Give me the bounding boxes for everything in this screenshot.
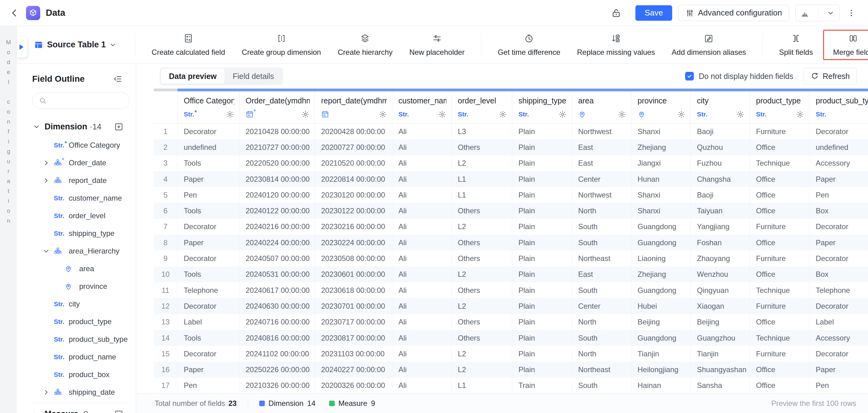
- collapse-outline-icon[interactable]: [112, 73, 123, 85]
- field-item-city[interactable]: Str.city: [17, 295, 136, 313]
- field-item-order-level[interactable]: Str.order_level: [17, 207, 136, 225]
- column-header-office-category[interactable]: Office Category Str.*: [178, 91, 240, 123]
- gear-icon[interactable]: [677, 110, 685, 119]
- field-item-product-box[interactable]: Str.product_box: [17, 366, 136, 383]
- measure-section-label: Measure: [44, 409, 79, 413]
- get-time-difference-button[interactable]: Get time difference: [489, 33, 568, 57]
- field-item-report-date[interactable]: report_date: [17, 172, 136, 189]
- create-hierarchy-button[interactable]: Create hierarchy: [330, 33, 401, 57]
- column-header-area[interactable]: area: [572, 91, 631, 123]
- table-cell: 20230701 00:00:00: [315, 298, 392, 314]
- gear-icon[interactable]: [301, 110, 310, 119]
- divider: [135, 33, 135, 56]
- measure-section-header[interactable]: Measure ·9: [17, 404, 136, 413]
- chart-type-button[interactable]: [795, 5, 840, 21]
- column-header-customer-name[interactable]: customer_name Str.: [392, 91, 452, 123]
- column-header-province[interactable]: province: [631, 91, 691, 123]
- column-header-report-date-ymdhms-[interactable]: report_date(ymdhms): [315, 91, 392, 123]
- field-item-area[interactable]: area: [17, 260, 136, 277]
- table-cell: Shanxi: [631, 123, 691, 139]
- row-number: 14: [154, 330, 178, 346]
- expand-panel-button[interactable]: [17, 36, 27, 58]
- field-item-product-sub-type[interactable]: Str.product_sub_type: [17, 330, 136, 348]
- column-header-shipping-type[interactable]: shipping_type Str.: [512, 91, 572, 123]
- chevron-down-icon[interactable]: [43, 248, 54, 255]
- add-group-folder-icon[interactable]: [114, 122, 123, 131]
- column-header-product-sub-type[interactable]: product_sub_type Str.: [809, 91, 868, 123]
- lock-button[interactable]: [610, 6, 623, 20]
- field-search-input[interactable]: [32, 92, 130, 109]
- advanced-configuration-button[interactable]: Advanced configuration: [678, 5, 789, 21]
- column-name: province: [638, 96, 685, 105]
- row-number: 5: [154, 187, 178, 203]
- column-header-order-level[interactable]: order_level Str.: [452, 91, 512, 123]
- table-cell: L2: [452, 267, 512, 282]
- gear-icon[interactable]: [558, 110, 567, 119]
- search-icon: [39, 97, 47, 105]
- merge-fields-button[interactable]: Merge fields: [825, 33, 868, 57]
- add-dimension-aliases-button[interactable]: Add dimension aliases: [663, 33, 754, 57]
- save-button[interactable]: Save: [636, 5, 672, 21]
- tab-field-details[interactable]: Field details: [224, 69, 282, 84]
- create-group-dimension-button[interactable]: Create group dimension: [234, 33, 330, 57]
- table-cell: Tools: [178, 330, 240, 346]
- add-group-folder-icon[interactable]: [114, 409, 123, 413]
- column-header-city[interactable]: city Str.: [691, 91, 750, 123]
- table-cell: Decorator: [809, 250, 868, 266]
- back-button[interactable]: [9, 7, 21, 19]
- gear-icon[interactable]: [736, 110, 745, 119]
- gear-icon[interactable]: [499, 110, 507, 119]
- table-cell: North: [572, 314, 631, 330]
- gear-icon[interactable]: [379, 110, 387, 119]
- table-cell: Center: [572, 298, 631, 314]
- measure-legend-label: Measure: [338, 399, 367, 408]
- table-row: 9Decorator20240507 00:00:0020230508 00:0…: [154, 250, 868, 266]
- source-table-select[interactable]: Source Table 1: [34, 40, 116, 50]
- table-cell: Decorator: [809, 123, 868, 139]
- field-item-shipping-date[interactable]: shipping_date: [17, 383, 136, 401]
- chevron-down-icon[interactable]: [822, 5, 839, 21]
- table-footer: Total number of fields 23 Dimension 14 M…: [136, 393, 868, 413]
- chevron-right-icon[interactable]: [43, 159, 54, 166]
- table-cell: Pen: [178, 378, 240, 393]
- chevron-right-icon[interactable]: [43, 389, 54, 396]
- chevron-right-icon[interactable]: [43, 177, 54, 184]
- new-placeholder-button[interactable]: New placeholder: [401, 33, 473, 57]
- split-fields-button[interactable]: Split fields: [771, 33, 821, 57]
- field-item-office-category[interactable]: Str.*Office Category: [17, 136, 136, 154]
- table-scroll-bar[interactable]: [178, 89, 868, 91]
- tab-data-preview[interactable]: Data preview: [161, 69, 224, 84]
- dimension-section-header[interactable]: Dimension ·14: [17, 117, 136, 136]
- field-item-order-date[interactable]: *Order_date: [17, 154, 136, 172]
- field-item-customer-name[interactable]: Str.customer_name: [17, 189, 136, 207]
- table-row: 15Decorator20241102 00:00:0020231103 00:…: [154, 346, 868, 362]
- refresh-button[interactable]: Refresh: [804, 68, 857, 85]
- app-logo-icon: [26, 6, 40, 20]
- field-item-shipping-type[interactable]: Str.shipping_type: [17, 225, 136, 242]
- chevron-down-icon[interactable]: [33, 410, 40, 413]
- hide-hidden-fields-checkbox[interactable]: [685, 72, 694, 81]
- table-row: 3Tools20220520 00:00:0020210520 00:00:00…: [154, 155, 868, 171]
- create-calculated-field-button[interactable]: Create calculated field: [143, 33, 233, 57]
- table-cell: Center: [572, 171, 631, 187]
- gear-icon[interactable]: [796, 110, 804, 119]
- gear-icon[interactable]: [438, 110, 446, 119]
- column-header-product-type[interactable]: product_type Str.: [750, 91, 809, 123]
- field-item-province[interactable]: province: [17, 277, 136, 295]
- table-cell: Office: [750, 362, 809, 377]
- kebab-menu-icon[interactable]: [846, 7, 857, 19]
- table-cell: Shuangyashan: [691, 362, 750, 377]
- table-cell: Ali: [392, 267, 452, 282]
- field-item-product-name[interactable]: Str.product_name: [17, 348, 136, 366]
- table-cell: Hubei: [631, 298, 691, 314]
- replace-missing-values-button[interactable]: Replace missing values: [568, 33, 663, 57]
- chevron-down-icon[interactable]: [33, 123, 40, 130]
- bar-chart-icon[interactable]: [796, 5, 814, 21]
- gear-icon[interactable]: [618, 110, 626, 119]
- field-item-product-type[interactable]: Str.product_type: [17, 313, 136, 330]
- gear-icon[interactable]: [226, 110, 234, 119]
- field-item-area-hierarchy[interactable]: area_Hierarchy: [17, 242, 136, 260]
- dimension-count: ·14: [90, 122, 101, 131]
- column-header-order-date-ymdhms-[interactable]: Order_date(ymdhms) *: [240, 91, 315, 123]
- table-cell: North: [572, 203, 631, 218]
